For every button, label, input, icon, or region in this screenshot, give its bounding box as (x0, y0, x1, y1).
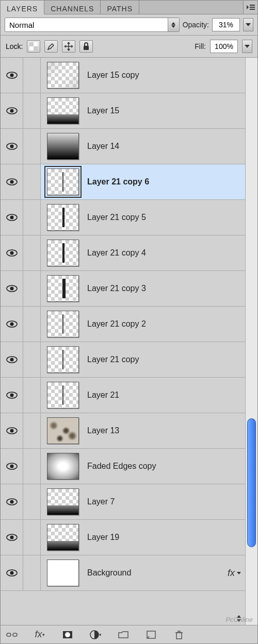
svg-point-13 (10, 145, 13, 148)
layer-row[interactable]: Layer 21 copy 4 (1, 235, 245, 271)
layer-name[interactable]: Layer 21 copy 5 (85, 213, 146, 222)
eye-icon (6, 392, 18, 399)
tab-layers[interactable]: LAYERS (1, 1, 44, 14)
layer-thumbnail[interactable] (47, 275, 79, 302)
fill-input[interactable]: 100% (210, 40, 238, 53)
lock-position-icon[interactable] (62, 40, 75, 53)
layer-name[interactable]: Faded Edges copy (85, 462, 156, 471)
layer-name[interactable]: Layer 14 (85, 142, 119, 151)
layer-row[interactable]: Layer 14 (1, 129, 245, 164)
eye-icon (6, 463, 18, 470)
new-group-icon[interactable] (117, 629, 130, 641)
svg-point-11 (10, 109, 13, 113)
lock-brush-icon[interactable] (44, 40, 58, 53)
layer-row[interactable]: Layer 19 (1, 520, 245, 555)
layer-name[interactable]: Layer 15 (85, 106, 119, 115)
svg-rect-6 (29, 46, 34, 50)
layer-name[interactable]: Layer 21 copy 4 (85, 248, 146, 258)
layer-thumbnail[interactable] (47, 417, 79, 444)
layer-row[interactable]: Backgroundfx (1, 555, 245, 591)
visibility-toggle[interactable] (1, 342, 23, 377)
layer-thumbnail[interactable] (47, 311, 79, 337)
layer-thumbnail[interactable] (47, 240, 79, 266)
layer-thumbnail[interactable] (47, 62, 79, 89)
layer-row[interactable]: Layer 15 copy (1, 58, 245, 93)
link-column (23, 378, 41, 413)
link-column (23, 271, 41, 306)
visibility-toggle[interactable] (1, 93, 23, 128)
layer-thumbnail[interactable] (47, 204, 79, 231)
visibility-toggle[interactable] (1, 484, 23, 519)
layer-row[interactable]: Layer 21 copy 3 (1, 271, 245, 307)
layer-name[interactable]: Layer 7 (85, 497, 115, 506)
fill-dropdown-icon[interactable] (242, 40, 252, 53)
visibility-toggle[interactable] (1, 200, 23, 235)
layer-name[interactable]: Layer 21 copy 3 (85, 284, 146, 293)
layer-thumbnail[interactable] (47, 382, 79, 409)
visibility-toggle[interactable] (1, 413, 23, 448)
visibility-toggle[interactable] (1, 520, 23, 555)
visibility-toggle[interactable] (1, 235, 23, 270)
eye-icon (6, 143, 18, 150)
layer-thumbnail[interactable] (47, 560, 79, 586)
svg-point-37 (10, 571, 13, 575)
layer-name[interactable]: Layer 15 copy (85, 71, 139, 80)
layer-row[interactable]: Layer 21 copy 2 (1, 307, 245, 342)
layer-thumbnail[interactable] (47, 97, 79, 124)
layer-row[interactable]: Layer 21 (1, 378, 245, 413)
opacity-input[interactable]: 31% (212, 18, 240, 31)
layer-name[interactable]: Layer 13 (85, 426, 119, 435)
layer-row[interactable]: Layer 7 (1, 484, 245, 520)
blend-mode-select[interactable]: Normal (5, 18, 180, 32)
layer-mask-icon[interactable] (61, 629, 74, 641)
layer-name[interactable]: Layer 21 copy 6 (85, 177, 149, 187)
layer-thumbnail[interactable] (47, 346, 79, 373)
visibility-toggle[interactable] (1, 307, 23, 342)
lock-transparent-icon[interactable] (27, 40, 40, 53)
opacity-dropdown-icon[interactable] (243, 18, 253, 31)
layer-name[interactable]: Background (85, 568, 131, 578)
link-column (23, 200, 41, 235)
panel-menu-icon[interactable] (243, 1, 257, 14)
svg-point-41 (65, 632, 70, 637)
layer-thumbnail[interactable] (47, 168, 79, 195)
layer-row[interactable]: Layer 21 copy 6 (1, 164, 245, 200)
eye-icon (6, 72, 18, 79)
layer-thumbnail[interactable] (47, 453, 79, 480)
tab-paths[interactable]: PATHS (101, 1, 139, 14)
visibility-toggle[interactable] (1, 164, 23, 199)
layer-style-icon[interactable]: fx▾ (34, 629, 46, 641)
visibility-toggle[interactable] (1, 271, 23, 306)
layer-row[interactable]: Layer 15 (1, 93, 245, 129)
layer-row[interactable]: Layer 13 (1, 413, 245, 449)
layer-name[interactable]: Layer 19 (85, 533, 119, 542)
layer-effects-icon[interactable]: fx (228, 568, 241, 579)
layer-thumbnail[interactable] (47, 524, 79, 551)
layer-name[interactable]: Layer 21 copy 2 (85, 319, 146, 329)
svg-rect-39 (13, 633, 17, 636)
visibility-toggle[interactable] (1, 378, 23, 413)
eye-icon (6, 214, 18, 221)
tab-channels[interactable]: CHANNELS (44, 1, 101, 14)
svg-point-17 (10, 216, 13, 219)
layer-row[interactable]: Layer 21 copy 5 (1, 200, 245, 235)
layer-name[interactable]: Layer 21 (85, 391, 119, 400)
visibility-toggle[interactable] (1, 129, 23, 164)
delete-layer-icon[interactable] (173, 629, 185, 641)
layer-thumbnail[interactable] (47, 133, 79, 160)
link-layers-icon[interactable] (6, 629, 18, 641)
scroll-thumb[interactable] (247, 418, 256, 547)
layer-row[interactable]: Faded Edges copy (1, 449, 245, 484)
lock-all-icon[interactable] (79, 40, 93, 53)
layer-name[interactable]: Layer 21 copy (85, 355, 139, 364)
scrollbar[interactable] (245, 58, 257, 625)
visibility-toggle[interactable] (1, 449, 23, 484)
adjustment-layer-icon[interactable]: ▾ (89, 629, 102, 641)
link-column (23, 555, 41, 590)
new-layer-icon[interactable] (145, 629, 157, 641)
layer-thumbnail[interactable] (47, 488, 79, 515)
visibility-toggle[interactable] (1, 555, 23, 590)
layer-row[interactable]: Layer 21 copy (1, 342, 245, 378)
visibility-toggle[interactable] (1, 58, 23, 93)
eye-icon (6, 569, 18, 577)
